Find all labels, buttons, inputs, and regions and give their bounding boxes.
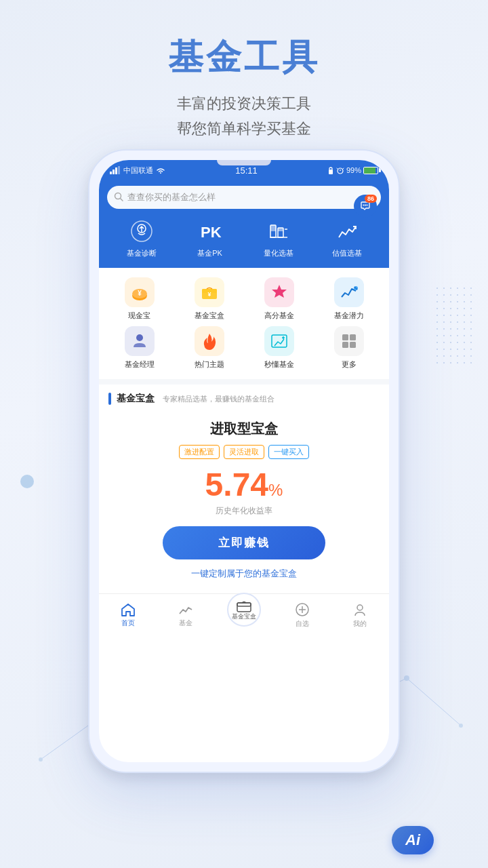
status-left: 中国联通 [110, 165, 165, 176]
search-icon [114, 192, 123, 203]
tab-fund[interactable]: 基金 [157, 603, 216, 628]
tag-aggressive: 激进配置 [179, 445, 220, 459]
hot-theme-icon [195, 326, 224, 356]
search-bar[interactable]: 查查你买的基金怎么样 86 [107, 186, 381, 209]
subtitle-line2: 帮您简单科学买基金 [0, 116, 488, 141]
phone-device: 中国联通 15:11 [88, 149, 400, 773]
grid-hot-theme[interactable]: 热门主题 [174, 326, 244, 370]
quant-select-icon [264, 217, 293, 245]
app-header: 查查你买的基金怎么样 86 [99, 180, 389, 268]
nav-fund-pk[interactable]: PK 基金PK [176, 217, 244, 258]
grid-fund-manager[interactable]: 基金经理 [104, 326, 174, 370]
phone-notch [217, 160, 271, 165]
fund-potential-icon [334, 277, 364, 307]
fund-box-label: 基金宝盒 [195, 311, 224, 321]
yield-display: 5.74% [108, 469, 380, 501]
grid-cash-treasure[interactable]: ¥ 现金宝 [104, 277, 174, 321]
tab-home[interactable]: 首页 [99, 603, 157, 628]
svg-rect-29 [270, 225, 276, 231]
yield-label: 历史年化收益率 [108, 505, 380, 517]
cta-button[interactable]: 立即赚钱 [163, 526, 325, 559]
svg-rect-15 [329, 170, 333, 174]
product-card: 进取型宝盒 激进配置 灵活进取 一键买入 5.74% 历史年化收益率 立即赚钱 … [108, 414, 380, 585]
nav-value-select[interactable]: 估值选基 [312, 217, 381, 258]
mine-tab-icon [352, 602, 367, 617]
header-section: 基金工具 丰富的投资决策工具 帮您简单科学买基金 [0, 0, 488, 155]
tab-home-label: 首页 [121, 618, 135, 628]
section-title: 基金宝盒 [117, 393, 155, 405]
nav-quant-select[interactable]: 量化选基 [244, 217, 312, 258]
high-score-icon [264, 277, 294, 307]
svg-line-18 [337, 168, 338, 170]
content-area: ¥ 现金宝 ¥ [99, 268, 389, 593]
cash-treasure-label: 现金宝 [128, 311, 150, 321]
value-select-icon [333, 217, 361, 245]
product-tags: 激进配置 灵活进取 一键买入 [108, 445, 380, 459]
svg-rect-13 [115, 167, 117, 174]
tab-mine[interactable]: 我的 [331, 602, 389, 629]
svg-point-23 [365, 205, 366, 206]
more-icon [334, 326, 364, 356]
nav-value-select-label: 估值选基 [332, 248, 362, 258]
svg-point-43 [136, 334, 143, 341]
bg-dots-left [20, 475, 34, 488]
svg-rect-48 [350, 334, 356, 340]
grid-nav: ¥ 现金宝 ¥ [99, 268, 389, 379]
status-right: 99% [327, 166, 378, 174]
tab-fund-label: 基金 [179, 618, 192, 628]
section-bar [108, 393, 111, 405]
grid-high-score[interactable]: 高分基金 [244, 277, 314, 321]
page-subtitle: 丰富的投资决策工具 帮您简单科学买基金 [0, 91, 488, 142]
svg-text:¥: ¥ [207, 291, 211, 298]
cash-treasure-icon: ¥ [125, 277, 155, 307]
phone-inner: 中国联通 15:11 [99, 160, 389, 762]
more-label: 更多 [342, 359, 357, 370]
tab-mine-label: 我的 [353, 619, 367, 629]
chat-icon [360, 201, 371, 211]
svg-rect-11 [110, 172, 112, 174]
wifi-icon [156, 166, 165, 174]
svg-point-8 [404, 675, 409, 681]
svg-point-9 [39, 757, 43, 762]
fund-box-section: 基金宝盒 专家精品选基，最赚钱的基金组合 进取型宝盒 激进配置 灵活进取 一键买… [99, 384, 389, 593]
subtitle-line1: 丰富的投资决策工具 [0, 91, 488, 116]
fund-diagnosis-icon [127, 217, 156, 245]
high-score-label: 高分基金 [264, 311, 294, 321]
fund-manager-label: 基金经理 [125, 359, 155, 370]
nav-fund-pk-label: 基金PK [197, 248, 222, 258]
bg-dots-right [434, 285, 474, 366]
lock-icon [327, 166, 334, 174]
svg-line-19 [342, 168, 344, 170]
svg-point-56 [357, 605, 363, 610]
svg-rect-51 [237, 603, 251, 612]
grid-more[interactable]: 更多 [314, 326, 384, 370]
svg-text:¥: ¥ [138, 290, 142, 297]
grid-understand-fund[interactable]: 秒懂基金 [244, 326, 314, 370]
yield-number: 5.74 [205, 467, 268, 502]
understand-fund-icon [264, 326, 294, 356]
nav-fund-diagnosis-label: 基金诊断 [127, 248, 157, 258]
grid-fund-box[interactable]: ¥ 基金宝盒 [174, 277, 244, 321]
svg-marker-40 [272, 285, 287, 298]
svg-text:PK: PK [201, 224, 222, 241]
fund-potential-label: 基金潜力 [334, 311, 364, 321]
svg-rect-12 [113, 170, 115, 174]
ai-label: Ai [392, 826, 434, 854]
tag-flexible: 灵活进取 [224, 445, 264, 459]
svg-rect-50 [350, 342, 356, 348]
signal-icon [110, 166, 121, 174]
tab-fund-box-center[interactable]: 基金宝盒 [215, 605, 273, 627]
fund-box-icon: ¥ [195, 277, 224, 307]
svg-point-10 [459, 724, 463, 728]
nav-fund-diagnosis[interactable]: 基金诊断 [107, 217, 176, 258]
understand-fund-label: 秒懂基金 [264, 359, 294, 370]
self-select-tab-icon [295, 602, 310, 617]
grid-row-2: 基金经理 热门主题 [104, 326, 384, 370]
grid-fund-potential[interactable]: 基金潜力 [314, 277, 384, 321]
svg-rect-31 [278, 228, 283, 231]
svg-line-3 [407, 678, 461, 726]
fund-tab-icon [178, 603, 193, 616]
section-header: 基金宝盒 专家精品选基，最赚钱的基金组合 [108, 393, 380, 405]
tab-self-select[interactable]: 自选 [273, 602, 331, 629]
custom-link[interactable]: 一键定制属于您的基金宝盒 [108, 568, 380, 580]
